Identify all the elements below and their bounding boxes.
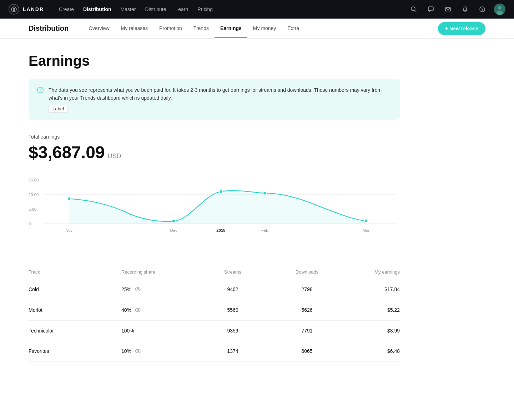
recording-share: 40%	[121, 300, 196, 320]
nav-link-create[interactable]: Create	[55, 4, 77, 14]
help-icon[interactable]: ?	[477, 4, 488, 15]
downloads: 2798	[270, 279, 344, 300]
subnav-my-releases[interactable]: My releases	[115, 19, 153, 38]
subnav-my-money[interactable]: My money	[247, 19, 282, 38]
info-text: The data you see represents what you've …	[49, 86, 391, 102]
track-name: Merlot	[29, 300, 121, 320]
svg-point-33	[137, 309, 139, 311]
my-earnings: $5.22	[344, 300, 400, 320]
recording-share: 25%	[121, 279, 196, 300]
sub-nav-title: Distribution	[29, 19, 69, 38]
earnings-chart: 15.00 10.00 5.00 0 Nov Dec 2018	[29, 175, 400, 246]
nav-right: ?	[408, 4, 505, 15]
svg-line-2	[415, 10, 417, 12]
eye-icon[interactable]	[135, 307, 141, 313]
bell-icon[interactable]	[460, 4, 470, 15]
table-header: Track Recording share Streams Downloads …	[29, 265, 400, 279]
streams: 1374	[196, 341, 270, 361]
new-release-button[interactable]: + New release	[438, 22, 485, 35]
svg-text:Feb: Feb	[261, 228, 268, 232]
svg-text:10.00: 10.00	[29, 192, 39, 197]
logo[interactable]: LANDR	[9, 4, 44, 15]
sub-nav-links: Overview My releases Promotion Trends Ea…	[83, 19, 438, 38]
streams: 9359	[196, 320, 270, 341]
svg-text:?: ?	[482, 8, 484, 11]
eye-icon[interactable]	[135, 286, 141, 292]
nav-link-learn[interactable]: Learn	[172, 4, 192, 14]
info-content: The data you see represents what you've …	[49, 86, 391, 112]
col-header-streams: Streams	[196, 265, 270, 279]
info-banner: i The data you see represents what you'v…	[29, 79, 400, 120]
earnings-table: Track Recording share Streams Downloads …	[29, 265, 400, 362]
downloads: 6065	[270, 341, 344, 361]
svg-text:2018: 2018	[216, 228, 225, 232]
table-row: Merlot40%55605626$5.22	[29, 300, 400, 320]
downloads: 5626	[270, 300, 344, 320]
svg-text:Mar: Mar	[363, 228, 370, 232]
svg-point-24	[364, 219, 368, 222]
downloads: 7791	[270, 320, 344, 341]
earnings-currency: USD	[108, 152, 121, 160]
svg-point-23	[263, 191, 266, 195]
col-header-share: Recording share	[121, 265, 196, 279]
svg-point-30	[135, 288, 140, 291]
chat-icon[interactable]	[425, 4, 436, 15]
svg-point-34	[135, 349, 140, 353]
col-header-earnings: My earnings	[344, 265, 400, 279]
svg-point-9	[497, 11, 503, 15]
svg-point-20	[67, 197, 71, 200]
subnav-trends[interactable]: Trends	[188, 19, 215, 38]
table-row: Technicolor100%93597791$8.99	[29, 320, 400, 341]
col-header-downloads: Downloads	[270, 265, 344, 279]
total-earnings-label: Total earnings	[29, 134, 400, 140]
track-name: Cold	[29, 279, 121, 300]
avatar[interactable]	[494, 4, 505, 15]
svg-text:i: i	[40, 88, 41, 92]
nav-link-master[interactable]: Master	[117, 4, 140, 14]
main-content: Earnings i The data you see represents w…	[0, 39, 428, 390]
svg-text:Nov: Nov	[65, 228, 73, 232]
nav-link-distribution[interactable]: Distribution	[80, 4, 115, 14]
page-title: Earnings	[29, 53, 400, 69]
col-header-track: Track	[29, 265, 121, 279]
chart-container: 15.00 10.00 5.00 0 Nov Dec 2018	[29, 175, 400, 248]
nav-link-pricing[interactable]: Pricing	[194, 4, 216, 14]
nav-link-distribute[interactable]: Distribute	[141, 4, 170, 14]
recording-share: 10%	[121, 341, 196, 361]
svg-text:5.00: 5.00	[29, 207, 36, 211]
info-icon: i	[37, 87, 44, 95]
svg-text:15.00: 15.00	[29, 178, 39, 182]
sub-nav: Distribution Overview My releases Promot…	[0, 19, 514, 39]
my-earnings: $6.48	[344, 341, 400, 361]
subnav-earnings[interactable]: Earnings	[215, 19, 247, 38]
table-row: Cold25%94622798$17.84	[29, 279, 400, 300]
streams: 9462	[196, 279, 270, 300]
logo-text: LANDR	[23, 6, 44, 12]
svg-text:0: 0	[29, 222, 31, 226]
subnav-overview[interactable]: Overview	[83, 19, 115, 38]
my-earnings: $17.84	[344, 279, 400, 300]
svg-point-21	[172, 219, 175, 222]
earnings-amount: $3,687.09	[29, 142, 105, 162]
logo-icon	[9, 4, 19, 15]
info-label: Label	[49, 105, 68, 112]
streams: 5560	[196, 300, 270, 320]
subnav-promotion[interactable]: Promotion	[153, 19, 188, 38]
svg-rect-3	[428, 7, 433, 11]
search-icon[interactable]	[408, 4, 419, 15]
table-row: Favorites10%13746065$6.48	[29, 341, 400, 361]
recording-share: 100%	[121, 320, 196, 341]
nav-links: Create Distribution Master Distribute Le…	[55, 4, 408, 14]
svg-point-22	[219, 190, 222, 193]
svg-point-32	[135, 308, 140, 312]
svg-text:Dec: Dec	[170, 228, 177, 232]
eye-icon[interactable]	[135, 348, 141, 354]
track-name: Favorites	[29, 341, 121, 361]
mail-icon[interactable]	[443, 4, 453, 15]
total-earnings-amount: $3,687.09 USD	[29, 142, 400, 162]
subnav-extra[interactable]: Extra	[282, 19, 305, 38]
my-earnings: $8.99	[344, 320, 400, 341]
svg-point-31	[137, 288, 139, 290]
top-nav: LANDR Create Distribution Master Distrib…	[0, 0, 514, 19]
svg-point-35	[137, 350, 139, 352]
